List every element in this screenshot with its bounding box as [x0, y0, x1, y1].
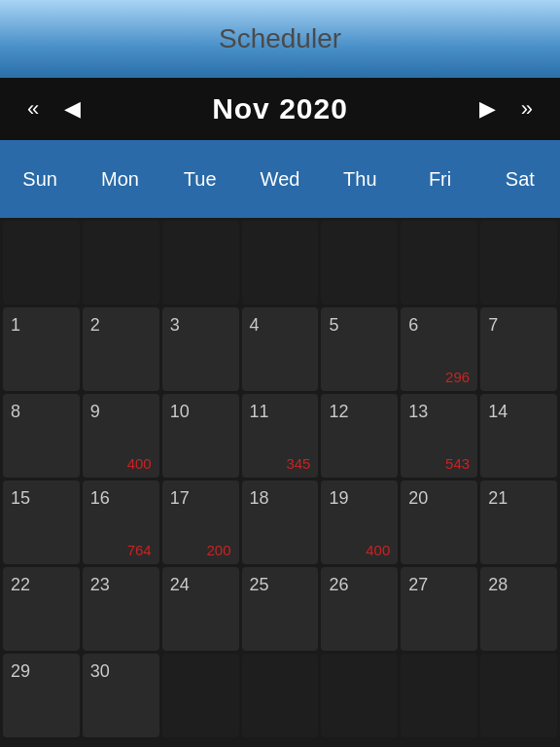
day-number: 11	[250, 402, 269, 422]
day-cell-10[interactable]: 100	[162, 394, 239, 478]
weekday-label-mon: Mon	[80, 168, 159, 191]
day-cell-19[interactable]: 19400	[321, 480, 398, 564]
day-number: 30	[90, 661, 110, 682]
weekday-label-wed: Wed	[240, 168, 320, 191]
day-cell-12[interactable]: 120	[321, 394, 398, 478]
day-cell-16[interactable]: 16764	[83, 480, 159, 564]
day-number: 23	[90, 575, 110, 595]
next-next-button[interactable]: »	[509, 89, 544, 129]
day-number: 21	[488, 488, 508, 509]
day-number: 28	[488, 575, 508, 595]
day-cell-empty	[321, 221, 398, 304]
app-header: Scheduler	[0, 0, 560, 78]
prev-prev-button[interactable]: «	[16, 89, 51, 129]
day-cell-11[interactable]: 11345	[242, 394, 319, 478]
day-cell-6[interactable]: 6296	[401, 307, 477, 391]
day-cell-empty	[3, 221, 80, 304]
nav-bar: « ◀ Nov 2020 ▶ »	[0, 78, 560, 140]
day-cell-23[interactable]: 230	[83, 567, 159, 651]
day-number: 18	[250, 488, 269, 509]
day-cell-empty	[321, 654, 398, 737]
day-cell-13[interactable]: 13543	[401, 394, 477, 478]
day-number: 6	[408, 315, 418, 336]
day-number: 27	[408, 575, 428, 595]
next-nav-group: ▶ »	[468, 89, 544, 129]
day-value: 296	[445, 369, 470, 385]
day-number: 3	[170, 315, 180, 336]
day-cell-1[interactable]: 10	[3, 307, 80, 391]
day-number: 10	[170, 402, 190, 422]
next-button[interactable]: ▶	[468, 89, 508, 129]
weekday-label-sun: Sun	[0, 168, 80, 191]
day-cell-29[interactable]: 290	[3, 654, 80, 737]
day-cell-27[interactable]: 270	[401, 567, 477, 651]
day-number: 1	[11, 315, 20, 336]
prev-nav-group: « ◀	[16, 89, 92, 129]
app-title: Scheduler	[219, 23, 341, 54]
day-number: 7	[488, 315, 498, 336]
month-year-label: Nov 2020	[212, 92, 348, 125]
day-number: 19	[329, 488, 348, 509]
day-cell-24[interactable]: 240	[162, 567, 239, 651]
day-number: 8	[11, 402, 20, 422]
day-number: 5	[329, 315, 338, 336]
day-number: 22	[11, 575, 30, 595]
day-cell-22[interactable]: 220	[3, 567, 80, 651]
day-cell-15[interactable]: 150	[3, 480, 80, 564]
day-cell-8[interactable]: 80	[3, 394, 80, 478]
day-cell-30[interactable]: 300	[83, 654, 159, 737]
day-cell-26[interactable]: 260	[321, 567, 398, 651]
day-cell-empty	[480, 221, 557, 304]
prev-button[interactable]: ◀	[52, 89, 92, 129]
day-cell-empty	[401, 654, 477, 737]
weekday-label-thu: Thu	[320, 168, 400, 191]
day-number: 17	[170, 488, 190, 509]
day-cell-25[interactable]: 250	[242, 567, 319, 651]
day-cell-4[interactable]: 40	[242, 307, 319, 391]
day-value: 200	[207, 542, 231, 558]
day-number: 26	[329, 575, 348, 595]
day-number: 29	[11, 661, 30, 682]
day-cell-empty	[242, 654, 319, 737]
day-cell-14[interactable]: 140	[480, 394, 557, 478]
day-cell-empty	[480, 654, 557, 737]
day-cell-20[interactable]: 200	[401, 480, 477, 564]
day-cell-28[interactable]: 280	[480, 567, 557, 651]
day-cell-empty	[401, 221, 477, 304]
day-number: 16	[90, 488, 110, 509]
day-cell-7[interactable]: 70	[480, 307, 557, 391]
day-cell-3[interactable]: 30	[162, 307, 239, 391]
day-number: 24	[170, 575, 190, 595]
day-cell-18[interactable]: 180	[242, 480, 319, 564]
day-cell-21[interactable]: 210	[480, 480, 557, 564]
weekday-label-tue: Tue	[160, 168, 240, 191]
day-value: 400	[366, 542, 390, 558]
calendar-grid: 1020304050629670809400100113451201354314…	[0, 218, 560, 740]
day-number: 9	[90, 402, 100, 422]
weekday-header: SunMonTueWedThuFriSat	[0, 140, 560, 218]
weekday-label-fri: Fri	[400, 168, 479, 191]
day-cell-17[interactable]: 17200	[162, 480, 239, 564]
day-cell-empty	[162, 654, 239, 737]
day-number: 12	[329, 402, 348, 422]
weekday-label-sat: Sat	[480, 168, 560, 191]
day-value: 543	[445, 455, 470, 472]
day-number: 2	[90, 315, 100, 336]
day-number: 4	[250, 315, 260, 336]
day-cell-2[interactable]: 20	[83, 307, 159, 391]
day-cell-9[interactable]: 9400	[83, 394, 159, 478]
day-value: 400	[127, 455, 152, 472]
day-number: 25	[250, 575, 269, 595]
day-number: 13	[408, 402, 428, 422]
day-number: 14	[488, 402, 508, 422]
day-number: 20	[408, 488, 428, 509]
day-cell-5[interactable]: 50	[321, 307, 398, 391]
day-value: 764	[127, 542, 152, 558]
day-cell-empty	[83, 221, 159, 304]
day-number: 15	[11, 488, 30, 509]
day-cell-empty	[242, 221, 319, 304]
day-value: 345	[286, 455, 310, 472]
day-cell-empty	[162, 221, 239, 304]
